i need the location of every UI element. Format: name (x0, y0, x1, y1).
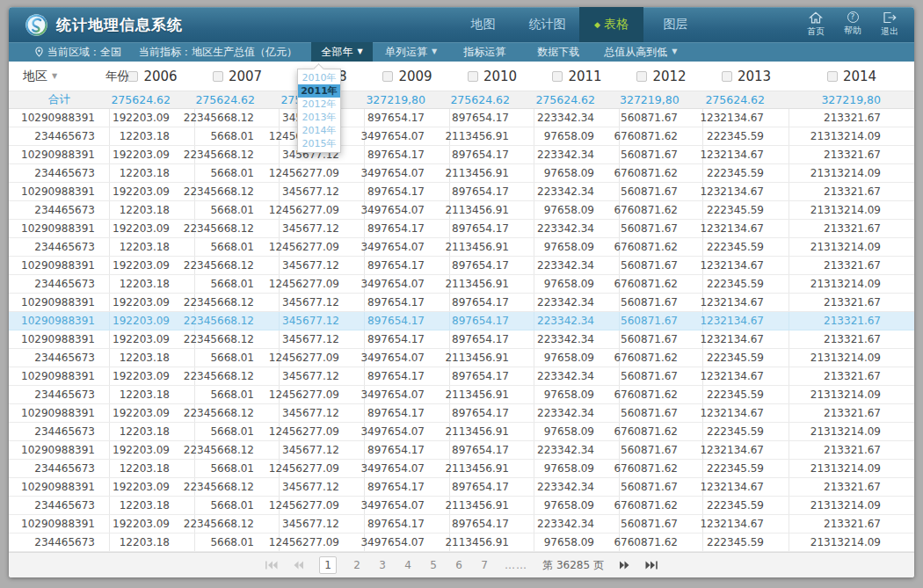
value-cell: 897654.17 (365, 220, 450, 237)
value-cell: 97658.09 (534, 423, 620, 440)
table-row[interactable]: 23446567312203.185668.0112456277.0934976… (9, 201, 914, 220)
page-button-6[interactable]: 6 (454, 559, 464, 571)
value-cell: 897654.17 (450, 330, 534, 348)
filter-toolbar: 当前区域：全国 当前指标：地区生产总值（亿元） 全部年 ▼ 单列运算 ▼ 指标运… (9, 42, 914, 62)
page-button-current[interactable]: 1 (319, 556, 337, 574)
year-option-2014[interactable]: 2014年 (298, 124, 340, 137)
last-page-button[interactable] (645, 561, 658, 570)
nav-label: 图层 (664, 17, 688, 33)
value-cell: 192203.09 (110, 294, 195, 311)
home-button[interactable]: 首页 (802, 11, 830, 38)
table-row[interactable]: 10290988391192203.0922345668.12345677.12… (9, 515, 914, 534)
value-cell: 5668.01 (195, 238, 280, 256)
table-row[interactable]: 23446567312203.185668.0112456277.0934976… (9, 349, 914, 367)
value-cell: 192203.09 (110, 146, 195, 163)
first-page-button[interactable] (265, 561, 278, 570)
table-row[interactable]: 10290988391192203.0922345668.12345677.12… (9, 441, 914, 460)
value-cell: 223342.34 (534, 367, 620, 385)
table-row[interactable]: 23446567312203.185668.0112456277.0934976… (9, 238, 914, 257)
table-row[interactable]: 23446567312203.185668.0112456277.0934976… (9, 497, 914, 515)
value-cell: 213321.67 (789, 441, 914, 459)
region-column-header[interactable]: 地区 ▼ (9, 69, 110, 84)
value-cell: 22345668.12 (195, 515, 280, 533)
region-code-cell: 234465673 (9, 534, 110, 551)
region-code-cell: 10290988391 (9, 312, 110, 330)
year-option-2013[interactable]: 2013年 (298, 111, 340, 124)
value-cell: 1232134.67 (703, 441, 789, 459)
year-checkbox-2010[interactable] (468, 71, 478, 82)
value-cell: 12456277.09 (280, 164, 365, 182)
table-row[interactable]: 10290988391192203.0922345668.12345677.12… (9, 257, 914, 275)
year-column-header-2009: 2009 (365, 69, 450, 84)
value-cell: 560871.67 (620, 220, 703, 237)
next-page-button[interactable] (619, 561, 630, 570)
table-row[interactable]: 23446567312203.185668.0112456277.0934976… (9, 164, 914, 183)
prev-page-button[interactable] (293, 561, 304, 570)
region-code-cell: 234465673 (9, 497, 110, 514)
table-row[interactable]: 23446567312203.185668.0112456277.0934976… (9, 460, 914, 478)
nav-item-layers[interactable]: 图层 (643, 7, 708, 42)
year-checkbox-2006[interactable] (127, 71, 138, 82)
year-option-2011-selected[interactable]: 2011年 (298, 84, 340, 98)
nav-item-map[interactable]: 地图 (451, 7, 515, 42)
value-cell: 21313214.09 (789, 238, 914, 256)
data-download-button[interactable]: 数据下载 (537, 45, 579, 60)
value-cell: 22345668.12 (195, 183, 280, 200)
table-row[interactable]: 10290988391192203.0922345668.12345677.12… (9, 330, 914, 349)
table-row[interactable]: 10290988391192203.0922345668.12345677.12… (9, 367, 914, 386)
action-label: 首页 (807, 25, 825, 38)
nav-item-table[interactable]: ◆ 表格 (579, 7, 643, 42)
year-checkbox-2007[interactable] (213, 71, 223, 82)
nav-item-chart[interactable]: 统计图 (515, 7, 579, 42)
single-column-op-button[interactable]: 单列运算 ▼ (385, 45, 437, 60)
table-row[interactable]: 10290988391192203.0922345668.12345677.12… (9, 146, 914, 164)
year-filter-label: 全部年 (321, 45, 352, 60)
table-row[interactable]: 23446567312203.185668.0112456277.0934976… (9, 423, 914, 441)
value-cell: 1232134.67 (703, 109, 789, 127)
year-option-2010[interactable]: 2010年 (298, 71, 340, 84)
sort-order-button[interactable]: 总值从高到低 ▼ (604, 45, 677, 60)
value-cell: 21313214.09 (789, 164, 914, 182)
value-cell: 897654.17 (365, 294, 450, 311)
region-code-cell: 10290988391 (9, 294, 110, 311)
page-button-3[interactable]: 3 (377, 559, 388, 571)
table-row[interactable]: 23446567312203.185668.0112456277.0934976… (9, 386, 914, 404)
table-row[interactable]: 10290988391192203.0922345668.12345677.12… (9, 109, 914, 127)
table-row[interactable]: 10290988391192203.0922345668.12345677.12… (9, 478, 914, 497)
page-button-7[interactable]: 7 (479, 559, 490, 571)
table-row[interactable]: 10290988391192203.0922345668.12345677.12… (9, 183, 914, 201)
next-page-icon (619, 561, 630, 570)
year-checkbox-2012[interactable] (636, 71, 647, 82)
year-checkbox-2014[interactable] (827, 71, 838, 82)
table-row[interactable]: 10290988391192203.0922345668.12345677.12… (9, 294, 914, 312)
year-header-label: 2006 (143, 69, 177, 84)
year-header-label: 2007 (229, 69, 262, 84)
year-checkbox-2011[interactable] (552, 71, 563, 82)
value-cell: 97658.09 (534, 534, 620, 551)
total-value-2007: 275624.62 (195, 93, 280, 106)
year-option-2015[interactable]: 2015年 (298, 137, 340, 150)
page-button-5[interactable]: 5 (428, 559, 439, 571)
table-row[interactable]: 10290988391192203.0922345668.12345677.12… (9, 404, 914, 423)
value-cell: 897654.17 (450, 367, 534, 385)
value-cell: 897654.17 (365, 183, 450, 200)
year-filter-button[interactable]: 全部年 ▼ (311, 42, 373, 62)
table-row[interactable]: 23446567312203.185668.0112456277.0934976… (9, 275, 914, 294)
region-code-cell: 10290988391 (9, 478, 110, 496)
value-cell: 3497654.07 (365, 423, 450, 440)
table-row[interactable]: 23446567312203.185668.0112456277.0934976… (9, 534, 914, 552)
table-row[interactable]: 10290988391192203.0922345668.12345677.12… (9, 220, 914, 238)
year-checkbox-2009[interactable] (382, 71, 393, 82)
indicator-op-button[interactable]: 指标运算 (463, 45, 505, 60)
year-checkbox-2013[interactable] (722, 71, 732, 82)
logout-button[interactable]: 退出 (876, 11, 904, 38)
nav-label: 地图 (471, 17, 496, 33)
year-option-2012[interactable]: 2012年 (298, 98, 340, 111)
table-row[interactable]: 23446567312203.185668.0112456277.0934976… (9, 127, 914, 146)
table-row-highlighted[interactable]: 10290988391192203.0922345668.12345677.12… (9, 312, 914, 330)
page-button-2[interactable]: 2 (352, 559, 362, 571)
value-cell: 897654.17 (365, 404, 450, 422)
page-button-4[interactable]: 4 (403, 559, 413, 571)
help-button[interactable]: ? 帮助 (839, 11, 867, 38)
value-cell: 2113456.91 (450, 275, 534, 293)
